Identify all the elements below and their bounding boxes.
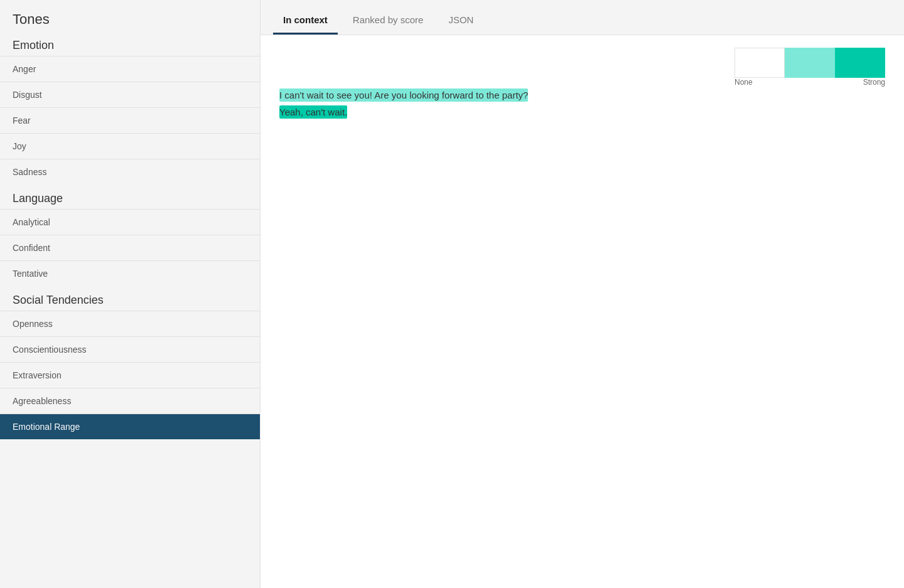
sidebar-item-confident[interactable]: Confident — [0, 235, 260, 260]
content-area: None Strong I can't wait to see you! Are… — [261, 35, 904, 588]
legend-strong-label: Strong — [863, 78, 885, 87]
sidebar-item-fear[interactable]: Fear — [0, 107, 260, 133]
legend-box-strong — [835, 48, 885, 78]
legend-box-light — [785, 48, 835, 78]
legend-none-label: None — [734, 78, 753, 87]
sentence-2-highlight: Yeah, can't wait. — [279, 105, 347, 119]
sidebar-item-anger[interactable]: Anger — [0, 56, 260, 82]
sidebar-title: Tones — [0, 0, 260, 31]
sidebar-section-language: Language — [0, 184, 260, 209]
sidebar-item-tentative[interactable]: Tentative — [0, 260, 260, 286]
main-content: In contextRanked by scoreJSON None Stron… — [261, 0, 904, 588]
sidebar-section-emotion: Emotion — [0, 31, 260, 56]
sidebar-item-sadness[interactable]: Sadness — [0, 159, 260, 184]
legend-labels: None Strong — [734, 78, 885, 87]
sidebar-item-emotional-range[interactable]: Emotional Range — [0, 414, 260, 439]
sidebar-item-conscientiousness[interactable]: Conscientiousness — [0, 336, 260, 362]
tab-in-context[interactable]: In context — [273, 7, 338, 35]
sidebar-section-social-tendencies: Social Tendencies — [0, 286, 260, 311]
text-content: I can't wait to see you! Are you looking… — [279, 87, 885, 120]
sidebar-item-joy[interactable]: Joy — [0, 133, 260, 159]
sidebar-item-disgust[interactable]: Disgust — [0, 82, 260, 107]
sidebar-item-extraversion[interactable]: Extraversion — [0, 362, 260, 388]
legend: None Strong — [279, 48, 885, 87]
sentence-1-highlight: I can't wait to see you! Are you looking… — [279, 88, 528, 102]
sidebar-item-analytical[interactable]: Analytical — [0, 209, 260, 235]
legend-box-none — [734, 48, 785, 78]
sidebar-item-agreeableness[interactable]: Agreeableness — [0, 388, 260, 414]
tabs-bar: In contextRanked by scoreJSON — [261, 0, 904, 35]
tab-json[interactable]: JSON — [438, 7, 483, 35]
legend-boxes — [734, 48, 885, 78]
sidebar: Tones EmotionAngerDisgustFearJoySadnessL… — [0, 0, 261, 588]
tab-ranked-by-score[interactable]: Ranked by score — [343, 7, 434, 35]
sidebar-item-openness[interactable]: Openness — [0, 311, 260, 336]
